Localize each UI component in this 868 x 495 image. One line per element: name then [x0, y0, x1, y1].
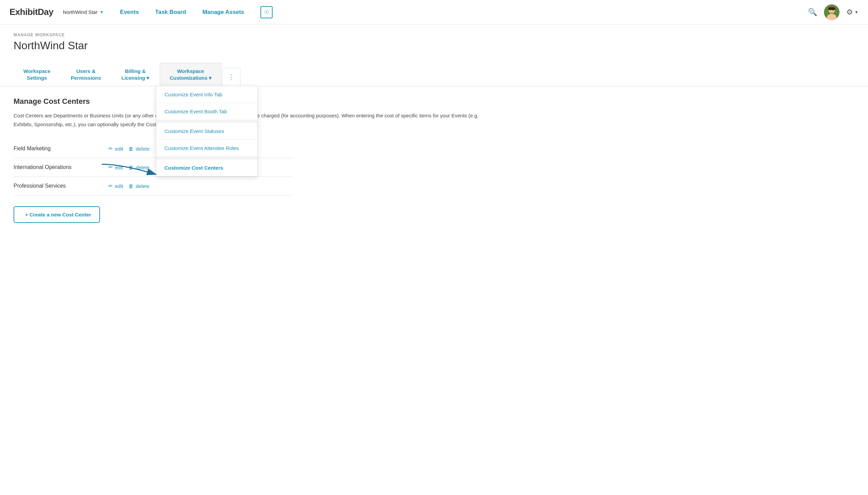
workspace-settings-tab[interactable]: Workspace Settings	[14, 63, 60, 86]
edit-icon: ✏	[108, 146, 113, 152]
section-title: Manage Cost Centers	[14, 97, 854, 106]
dropdown-separator-2	[156, 157, 258, 159]
trash-icon: 🗑	[128, 183, 134, 189]
customize-event-info-tab-item[interactable]: Customize Event Info Tab	[156, 86, 258, 103]
brand-logo[interactable]: ExhibitDay	[10, 7, 53, 17]
cost-center-name: Professional Services	[14, 183, 102, 189]
nav-links: Events Task Board Manage Assets ☉	[120, 6, 808, 18]
events-nav-link[interactable]: Events	[120, 9, 139, 16]
edit-icon: ✏	[108, 183, 113, 189]
more-tabs-icon: ⋮	[228, 73, 235, 81]
delete-professional-services-button[interactable]: 🗑 delete	[128, 183, 149, 189]
delete-field-marketing-button[interactable]: 🗑 delete	[128, 146, 149, 152]
manage-assets-nav-link[interactable]: Manage Assets	[202, 9, 244, 16]
page-header: MANAGE WORKSPACE NorthWind Star	[0, 24, 868, 52]
customize-event-booth-tab-item[interactable]: Customize Event Booth Tab	[156, 103, 258, 120]
workspace-customizations-tab[interactable]: Workspace Customizations ▾	[160, 63, 222, 86]
edit-professional-services-button[interactable]: ✏ edit	[108, 183, 123, 189]
customize-cost-centers-item[interactable]: Customize Cost Centers	[156, 159, 258, 176]
nav-right: 🔍 ⚙ ▼	[808, 4, 858, 20]
search-icon[interactable]: 🔍	[808, 8, 817, 17]
customize-event-statuses-item[interactable]: Customize Event Statuses	[156, 123, 258, 140]
more-tabs-button[interactable]: ⋮	[222, 68, 241, 86]
cost-center-name: International Operations	[14, 164, 102, 170]
navbar: ExhibitDay NorthWind Star ▼ Events Task …	[0, 0, 868, 24]
manage-workspace-label: MANAGE WORKSPACE	[14, 33, 854, 37]
rss-button[interactable]: ☉	[260, 6, 272, 18]
cost-center-name: Field Marketing	[14, 146, 102, 152]
workspace-selector[interactable]: NorthWind Star ▼	[63, 9, 103, 15]
customize-event-attendee-roles-item[interactable]: Customize Event Attendee Roles	[156, 140, 258, 157]
dropdown-pointer-arrow	[102, 161, 170, 181]
svg-rect-6	[828, 8, 835, 10]
avatar[interactable]	[824, 4, 839, 20]
taskboard-nav-link[interactable]: Task Board	[155, 9, 186, 16]
tabs-container: Workspace Settings Users & Permissions B…	[0, 63, 868, 86]
workspace-customizations-dropdown: Customize Event Info Tab Customize Event…	[156, 86, 258, 176]
workspace-dropdown-arrow-icon: ▼	[100, 10, 104, 15]
page-title: NorthWind Star	[14, 39, 854, 52]
users-permissions-tab[interactable]: Users & Permissions	[61, 63, 111, 86]
avatar-image	[824, 4, 839, 20]
create-cost-center-button[interactable]: + Create a new Cost Center	[14, 206, 100, 223]
main-content: Manage Cost Centers Cost Centers are Dep…	[0, 86, 868, 234]
dropdown-separator-1	[156, 120, 258, 123]
gear-icon[interactable]: ⚙ ▼	[846, 8, 858, 17]
rss-icon: ☉	[264, 9, 269, 15]
billing-licensing-tab[interactable]: Billing & Licensing ▾	[111, 63, 159, 86]
trash-icon: 🗑	[128, 146, 134, 152]
edit-field-marketing-button[interactable]: ✏ edit	[108, 146, 123, 152]
